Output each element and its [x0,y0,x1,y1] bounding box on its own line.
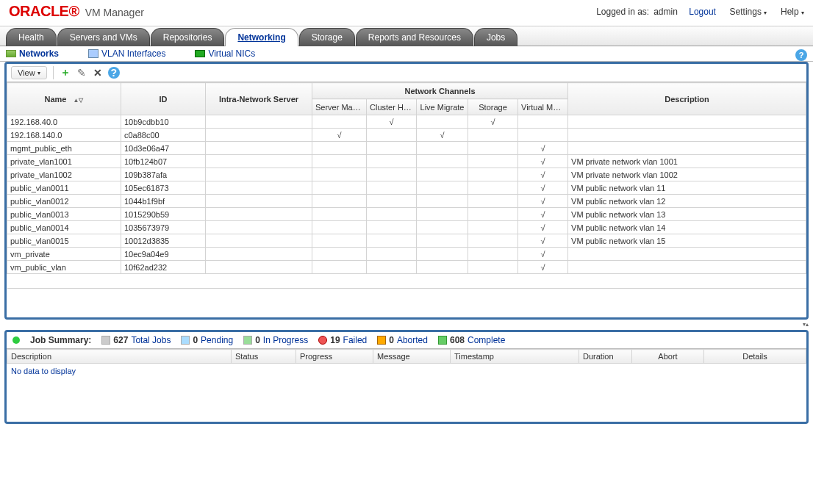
grid-toolbar: View ▾ ＋ ✎ ✕ ? [7,64,806,82]
cell-server-mgmt [312,181,367,195]
help-label: Help [781,7,799,17]
col-storage[interactable]: Storage [468,99,518,115]
col-description[interactable]: Description [568,83,806,115]
tab-servers[interactable]: Servers and VMs [57,28,150,46]
cell-server-mgmt [312,115,367,129]
cell-virtual-machine: √ [518,195,568,208]
cell-description: VM private network vlan 1002 [568,168,806,181]
cell-storage [468,142,518,155]
cell-id: 10f62ad232 [121,261,206,274]
tab-repositories[interactable]: Repositories [151,28,225,46]
cell-live-migrate [417,248,468,261]
job-grid-wrap: Description Status Progress Message Time… [7,348,806,422]
settings-menu[interactable]: Settings ▾ [730,7,767,17]
cell-server-mgmt [312,168,367,181]
edit-network-button[interactable]: ✎ [76,67,87,79]
subtab-vnic[interactable]: Virtual NICs [195,48,255,59]
cell-virtual-machine: √ [518,234,568,248]
job-inprogress[interactable]: 0 In Progress [243,335,308,345]
chevron-down-icon: ▾ [801,10,804,16]
cell-description: VM public network vlan 13 [568,208,806,221]
tab-jobs[interactable]: Jobs [474,28,517,46]
jcol-description[interactable]: Description [7,350,232,364]
cell-description [568,115,806,129]
table-row[interactable]: mgmt_public_eth10d3e06a47√ [7,142,806,155]
add-network-button[interactable]: ＋ [60,67,71,79]
failed-icon [318,336,327,345]
delete-network-button[interactable]: ✕ [92,67,104,79]
cell-description [568,261,806,274]
aborted-icon [377,336,386,345]
cell-name: private_vlan1001 [7,155,121,168]
cell-live-migrate [417,234,468,248]
job-complete[interactable]: 608 Complete [438,335,505,345]
tab-health[interactable]: Health [6,28,57,46]
table-row[interactable]: public_vlan0011105ec61873√VM public netw… [7,181,806,195]
jcol-message[interactable]: Message [373,350,451,364]
toolbar-help-button[interactable]: ? [108,67,120,79]
table-row[interactable]: vm_public_vlan10f62ad232√ [7,261,806,274]
cell-id: 10fb124b07 [121,155,206,168]
subtab-vlan[interactable]: VLAN Interfaces [88,48,165,59]
cell-intra [206,234,312,248]
cell-virtual-machine: √ [518,208,568,221]
cell-cluster-heartbeat [367,208,417,221]
jcol-abort[interactable]: Abort [632,350,704,364]
table-row[interactable]: public_vlan00141035673979√VM public netw… [7,221,806,234]
table-row[interactable]: private_vlan100110fb124b07√VM private ne… [7,155,806,168]
tab-storage[interactable]: Storage [299,28,355,46]
jcol-details[interactable]: Details [704,350,806,364]
cell-live-migrate [417,181,468,195]
logout-link[interactable]: Logout [689,7,716,17]
cell-id: 10b9cdbb10 [121,115,206,129]
cell-cluster-heartbeat [367,248,417,261]
cell-live-migrate [417,195,468,208]
tab-networking[interactable]: Networking [225,28,298,46]
collapse-handle[interactable]: ▾▴ [795,321,809,328]
job-failed-count: 19 [330,335,340,345]
table-row[interactable]: public_vlan00121044b1f9bf√VM public netw… [7,195,806,208]
view-label: View [18,68,35,77]
cell-intra [206,248,312,261]
tab-reports[interactable]: Reports and Resources [356,28,473,46]
help-icon[interactable]: ? [795,49,807,61]
jcol-progress[interactable]: Progress [296,350,373,364]
job-failed[interactable]: 19 Failed [318,335,367,345]
cell-live-migrate [417,261,468,274]
job-aborted-label: Aborted [397,335,428,345]
cell-storage [468,129,518,142]
cell-intra [206,168,312,181]
cell-virtual-machine: √ [518,155,568,168]
subtab-networks[interactable]: Networks [6,48,59,59]
sort-indicator-icon: ▲▽ [74,97,84,104]
cell-virtual-machine: √ [518,181,568,195]
table-row[interactable]: public_vlan00131015290b59√VM public netw… [7,208,806,221]
help-menu[interactable]: Help ▾ [781,7,804,17]
table-row[interactable]: private_vlan1002109b387afa√VM private ne… [7,168,806,181]
col-name[interactable]: Name ▲▽ [7,83,121,115]
table-row[interactable]: public_vlan001510012d3835√VM public netw… [7,234,806,248]
job-total[interactable]: 627 Total Jobs [101,335,171,345]
jcol-status[interactable]: Status [232,350,296,364]
col-intra[interactable]: Intra-Network Server [206,83,312,115]
col-live-migrate[interactable]: Live Migrate [417,99,468,115]
networks-panel: View ▾ ＋ ✎ ✕ ? Name ▲▽ ID Intra-Ne [4,62,809,320]
job-aborted[interactable]: 0 Aborted [377,335,428,345]
table-row[interactable]: vm_private10ec9a04e9√ [7,248,806,261]
job-pending-label: Pending [201,335,233,345]
cell-name: public_vlan0011 [7,181,121,195]
cell-description: VM public network vlan 15 [568,234,806,248]
col-server-mgmt[interactable]: Server Management [312,99,367,115]
table-row[interactable]: 192.168.140.0c0a88c00√√ [7,129,806,142]
jcol-timestamp[interactable]: Timestamp [451,350,579,364]
col-id[interactable]: ID [121,83,206,115]
view-menu-button[interactable]: View ▾ [11,66,47,79]
table-row[interactable]: 192.168.40.010b9cdbb10√√ [7,115,806,129]
jcol-duration[interactable]: Duration [579,350,632,364]
logged-in-label: Logged in as: [596,7,649,17]
job-pending[interactable]: 0 Pending [181,335,233,345]
total-icon [101,336,110,345]
col-cluster-heartbeat[interactable]: Cluster Heartbeat [367,99,417,115]
cell-storage: √ [468,115,518,129]
col-virtual-machine[interactable]: Virtual Machine [518,99,568,115]
